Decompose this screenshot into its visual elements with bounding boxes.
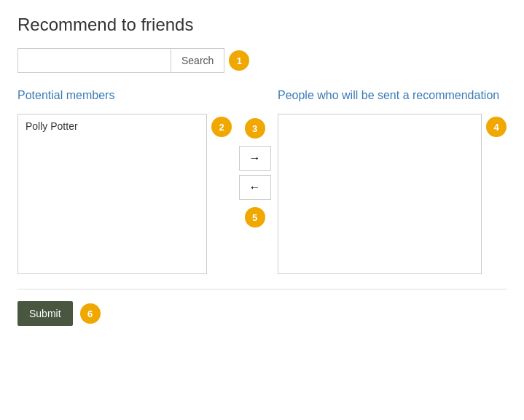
move-left-button[interactable]: ← — [239, 175, 271, 200]
transfer-controls: 3 → ← 5 — [232, 89, 278, 228]
submit-button[interactable]: Submit — [17, 301, 73, 326]
search-row: Search 1 — [17, 48, 507, 73]
columns-area: Potential members Polly Potter 2 3 → ← 5… — [17, 89, 507, 274]
potential-members-header: Potential members — [17, 89, 232, 108]
potential-members-panel: Potential members Polly Potter 2 — [17, 89, 232, 274]
search-badge: 1 — [229, 50, 249, 71]
search-button[interactable]: Search — [171, 48, 224, 73]
recipients-panel: People who will be sent a recommendation… — [278, 89, 507, 274]
potential-members-list[interactable]: Polly Potter — [17, 114, 207, 274]
potential-members-title: Potential members — [17, 89, 114, 102]
search-input[interactable] — [17, 48, 171, 73]
list-item[interactable]: Polly Potter — [23, 119, 202, 133]
recipients-badge: 4 — [486, 117, 507, 137]
submit-row: Submit 6 — [17, 301, 507, 326]
divider — [17, 289, 507, 289]
submit-badge: 6 — [80, 303, 101, 324]
remove-badge: 5 — [245, 207, 265, 228]
potential-members-badge: 2 — [211, 117, 232, 137]
recipients-title: People who will be sent a recommendation — [278, 89, 499, 102]
recipients-header: People who will be sent a recommendation — [278, 89, 507, 108]
recipients-list[interactable] — [278, 114, 482, 274]
page-title: Recommend to friends — [17, 15, 507, 35]
move-right-button[interactable]: → — [239, 146, 271, 171]
add-badge: 3 — [245, 118, 265, 139]
